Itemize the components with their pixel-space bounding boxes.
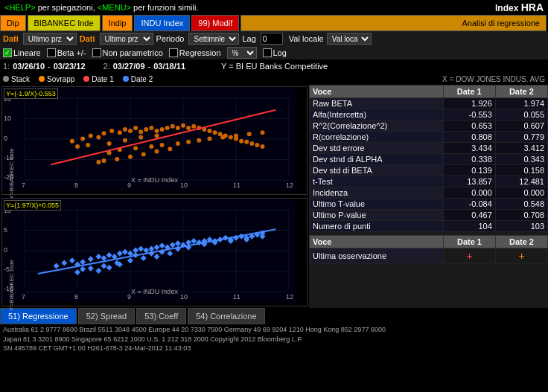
date1-start: 03/26/10 [13, 62, 45, 71]
tab-modif[interactable]: 99) Modif [191, 15, 239, 31]
help-link[interactable]: <HELP> [4, 3, 36, 12]
table-row: Alfa(Intercetta) -0.553 0.055 [310, 109, 548, 121]
check-non-param[interactable]: Non parametrico [92, 48, 163, 57]
date1-dot [83, 76, 89, 82]
log-checkbox[interactable] [263, 48, 272, 57]
tab-row: Dip BIBANKEC Inde Indip INDU Index 99) M… [0, 15, 548, 31]
date-row: 1: 03/26/10 - 03/23/12 2: 03/27/09 - 03/… [0, 60, 548, 73]
lag-label: Lag [242, 34, 255, 43]
date2-cell: 12.481 [495, 176, 547, 187]
chart1-ylabel: Y=BIBANKEC Inde [8, 144, 15, 204]
y-description: Y = BI EU Banks Competitive [221, 62, 328, 71]
chart2-ylabel: Y=BIBANKEC Inde [8, 256, 15, 315]
checks-row: ✓ Lineare Beta +/- Non parametrico Regre… [0, 46, 548, 60]
voce-cell: Ultimo P-value [310, 210, 444, 221]
check-regression[interactable]: Regression [169, 48, 221, 57]
date1-cell: 0.338 [443, 154, 495, 165]
table-row: Dev std errore 3.434 3.412 [310, 143, 548, 154]
date1-cell: 0.000 [443, 187, 495, 199]
date1-cell: 13.857 [443, 176, 495, 187]
tab-analisi[interactable]: Analisi di regressione [240, 15, 547, 31]
table-row: Numero di punti 104 103 [310, 221, 548, 232]
chart2-label: Y=(1.97/X)+0.055 [4, 200, 61, 211]
table-row: Ultimo T-value -0.084 0.548 [310, 199, 548, 210]
voce-cell: Raw BETA [310, 98, 444, 109]
btab-correlazione[interactable]: 54) Correlazione [188, 308, 264, 324]
lag-input[interactable] [261, 33, 283, 45]
stats-footer-table: Voce Date 1 Date 2 Ultima osservazione +… [309, 235, 548, 264]
footer-line1: Australia 61 2 9777 8600 Brazil 5511 304… [3, 325, 545, 335]
table-row: R(correlazione) 0.808 0.779 [310, 132, 548, 143]
check-log[interactable]: Log [263, 48, 287, 57]
date1-end: 03/23/12 [54, 62, 86, 71]
btab-spread[interactable]: 52) Spread [78, 308, 135, 324]
regression-pct-select[interactable]: % [227, 47, 257, 59]
table-row: t-Test 13.857 12.481 [310, 176, 548, 187]
sovrapp-dot [39, 76, 45, 82]
date2-cell: 0.343 [495, 154, 547, 165]
date-label-2: 2: [103, 62, 110, 71]
table-row: R^2(Correlazione^2) 0.653 0.607 [310, 121, 548, 132]
btab-coeff[interactable]: 53) Coeff [136, 308, 186, 324]
ultimo-prz-1-select[interactable]: Ultimo prz [23, 33, 77, 45]
tab-dip[interactable]: Dip [0, 15, 26, 31]
periodo-select[interactable]: Settimnle [188, 33, 239, 45]
val-locale-select[interactable]: Val locale [327, 33, 372, 45]
voce-cell: R(correlazione) [310, 132, 444, 143]
stack-label: Stack [11, 75, 30, 83]
date2-cell: 0.055 [495, 109, 547, 121]
lineare-label: Lineare [13, 48, 41, 57]
check-lineare[interactable]: ✓ Lineare [3, 48, 41, 57]
periodo-label: Periodo [156, 34, 185, 43]
help-text: <HELP> per spiegazioni, <MENU> per funzi… [4, 3, 199, 12]
non-param-checkbox[interactable] [92, 48, 101, 57]
non-param-label: Non parametrico [103, 48, 163, 57]
ultimo-prz-2-select[interactable]: Ultimo prz [100, 33, 153, 45]
chart1-xlabel: X = INDU Index [131, 176, 178, 184]
legend-row: Stack Sovrapp Date 1 Date 2 X = DOW JONE… [0, 73, 548, 85]
beta-checkbox[interactable] [47, 48, 56, 57]
stack-dot [3, 76, 9, 82]
table-row: Dev stnd di ALPHA 0.338 0.343 [310, 154, 548, 165]
val-locale-label: Val locale [289, 34, 324, 43]
voce-cell: Incidenza [310, 187, 444, 199]
th-date2: Date 2 [495, 86, 547, 98]
controls-row: Dati Ultimo prz Dati Ultimo prz Periodo … [0, 31, 548, 46]
footer-line2: Japan 81 3 3201 8900 Singapore 65 6212 1… [3, 335, 545, 344]
date-label-1: 1: [3, 62, 10, 71]
legend-sovrapp: Sovrapp [39, 75, 74, 83]
menu-link[interactable]: <MENU> [98, 3, 131, 12]
date2-end: 03/18/11 [153, 62, 185, 71]
date1-cell: 104 [443, 221, 495, 232]
date2-cell: 0.548 [495, 199, 547, 210]
x-description: X = DOW JONES INDUS. AVG [442, 75, 545, 83]
date1-cell: -0.553 [443, 109, 495, 121]
tab-indip[interactable]: Indip [102, 15, 133, 31]
stats-table: Voce Date 1 Date 2 Raw BETA 1.926 1.974A… [309, 85, 548, 232]
date2-cell: 0.000 [495, 187, 547, 199]
stats-panel: Voce Date 1 Date 2 Raw BETA 1.926 1.974A… [309, 85, 548, 308]
date2-sep: - [148, 62, 151, 71]
chart2-canvas [2, 199, 296, 303]
help-bar: <HELP> per spiegazioni, <MENU> per funzi… [0, 0, 548, 15]
date1-cell: -0.084 [443, 199, 495, 210]
lineare-checkbox[interactable]: ✓ [3, 48, 12, 57]
date2-cell: 0.708 [495, 210, 547, 221]
regression-checkbox[interactable] [169, 48, 178, 57]
date2-cell: 3.412 [495, 143, 547, 154]
check-beta[interactable]: Beta +/- [47, 48, 86, 57]
chart1-label: Y=(-1.9/X)-0.553 [4, 89, 58, 99]
tab-bibankec[interactable]: BIBANKEC Inde [28, 15, 101, 31]
date1-legend-label: Date 1 [92, 75, 113, 83]
date1-sep: - [48, 62, 51, 71]
dati-label-2: Dati [80, 34, 95, 43]
voce-cell: Alfa(Intercetta) [310, 109, 444, 121]
date1-cell: 0.467 [443, 210, 495, 221]
date1-cell: 0.139 [443, 165, 495, 176]
table-row: Dev std di BETA 0.139 0.158 [310, 165, 548, 176]
tab-indu[interactable]: INDU Index [134, 15, 190, 31]
chart2-xlabel: X = INDU Index [131, 288, 178, 295]
date1-cell: 0.808 [443, 132, 495, 143]
chart2-container: Y=(1.97/X)+0.055 Y=BIBANKEC Inde X = IND… [1, 198, 308, 306]
date1-cell: 1.926 [443, 98, 495, 109]
